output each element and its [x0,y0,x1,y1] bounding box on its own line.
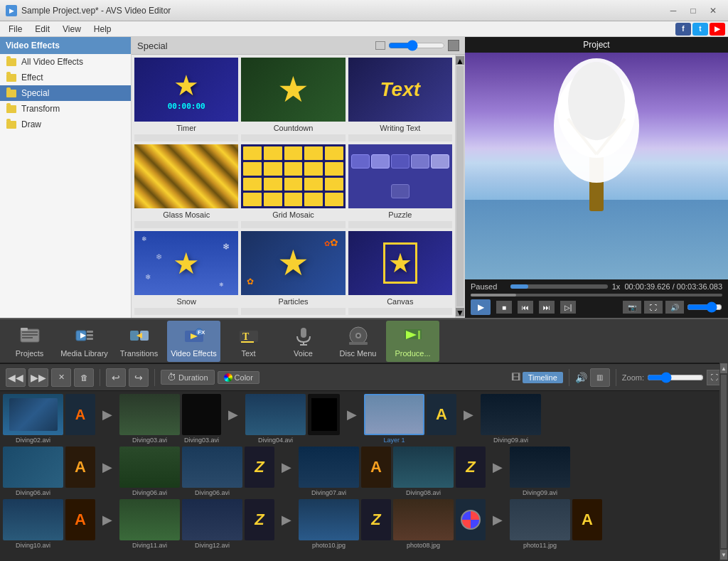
clip-a-overlay3[interactable]: A [65,447,95,489]
youtube-icon[interactable]: ▶ [710,23,725,36]
clip-a-overlay2[interactable]: A [427,394,456,437]
clip-a-overlay6[interactable]: A [572,499,602,542]
playback-speed: 1x [612,282,621,291]
clip-photo11[interactable]: photo11.jpg [510,499,570,549]
tool-projects[interactable]: Projects [3,321,56,362]
effect-timer[interactable]: ★ 00:00:00 Timer [134,58,238,141]
clip-diving06c[interactable]: Diving06.avi [182,447,242,496]
tool-media-library[interactable]: Media Library [58,321,111,362]
timeline-scrollbar[interactable]: ▲ ▼ [719,362,728,561]
duration-button[interactable]: ⏱ Duration [161,370,215,385]
undo-button[interactable]: ◀◀ [6,368,26,387]
effect-snow[interactable]: ★ ❄ ❄ ❄ ❄ ❄ Snow [134,231,238,315]
clip-black[interactable] [308,394,340,437]
scroll-down[interactable]: ▼ [456,308,464,316]
effect-puzzle[interactable]: Puzzle [348,144,452,228]
volume-button[interactable]: 🔊 [665,301,684,314]
text-tool-icon: T [238,325,259,346]
next-frame-button[interactable]: ▷| [560,301,576,314]
clip-z-overlay4[interactable]: Z [361,499,391,542]
stop-button[interactable]: ■ [496,301,512,314]
clip-z-overlay3[interactable]: Z [245,499,274,542]
tl-scroll-up[interactable]: ▲ [720,363,727,373]
close-button[interactable]: ✕ [704,4,722,18]
list-view-icon[interactable] [375,41,385,50]
clip-diving03b[interactable]: Diving03.avi [182,394,221,444]
menu-view[interactable]: View [57,23,87,36]
effects-panel: Special ★ 00:00:00 Timer [132,37,465,318]
snapshot-button[interactable]: 📷 [623,301,641,314]
clip-diving02[interactable]: Diving02.avi [3,394,63,444]
maximize-button[interactable]: □ [684,4,702,18]
menu-edit[interactable]: Edit [29,23,55,36]
size-slider[interactable] [388,40,445,51]
clip-diving07[interactable]: Diving07.avi [299,447,359,496]
audio-settings[interactable]: ▥ [590,368,610,387]
clip-diving10[interactable]: Diving10.avi [3,499,63,549]
clip-diving06a[interactable]: Diving06.avi [3,447,63,496]
effect-countdown[interactable]: ★ 6 Countdown [241,58,345,141]
clip-photo08[interactable]: photo08.jpg [393,499,454,549]
tool-video-effects[interactable]: FX Video Effects [167,321,220,362]
tool-text[interactable]: T Text [222,321,275,362]
zoom-slider[interactable] [647,372,704,383]
color-label: Color [235,373,253,382]
clip-diving11[interactable]: Diving11.avi [119,499,180,549]
sidebar-item-transform[interactable]: Transform [0,101,131,117]
sidebar-item-draw[interactable]: Draw [0,117,131,132]
tl-scroll-down[interactable]: ▼ [720,550,727,560]
facebook-icon[interactable]: f [675,23,691,36]
effects-scrollbar[interactable]: ▲ ▼ [455,55,465,318]
twitter-icon[interactable]: t [692,23,708,36]
tool-disc-menu[interactable]: Disc Menu [331,321,385,362]
clip-diving12[interactable]: Diving12.avi [182,499,242,549]
prev-button[interactable]: ⏮ [518,301,533,314]
next-button[interactable]: ⏭ [539,301,555,314]
delete-all-button[interactable]: 🗑 [74,368,94,387]
effect-glass-mosaic[interactable]: Glass Mosaic [134,144,238,228]
window-controls[interactable]: ─ □ ✕ [664,4,722,18]
arrow3: ▶ [342,394,362,435]
clip-diving09a[interactable]: Diving09.avi [481,394,541,444]
clip-a-overlay1[interactable]: A [65,394,95,437]
particles-thumbnail: ★ ✿ ✿ ✿ [241,231,345,295]
sidebar-item-special[interactable]: Special [0,85,131,101]
clip-z-overlay1[interactable]: Z [245,447,274,489]
effect-writing-text[interactable]: Text Writing Text [348,58,452,141]
minimize-button[interactable]: ─ [664,4,682,18]
play-button[interactable]: ▶ [471,299,491,315]
clip-a-overlay4[interactable]: A [361,447,391,489]
delete-button[interactable]: ✕ [51,368,71,387]
undo-action[interactable]: ↩ [106,368,126,387]
tool-transitions[interactable]: Transitions [112,321,166,362]
effect-grid-mosaic[interactable]: Grid Mosaic [241,144,345,228]
color-button[interactable]: Color [218,371,259,384]
menu-help[interactable]: Help [88,23,117,36]
clip-circ-overlay[interactable] [456,499,486,542]
clip-layer1[interactable]: Layer 1 [364,394,424,444]
menu-file[interactable]: File [3,23,28,36]
redo-action[interactable]: ↪ [129,368,149,387]
clip-diving03a[interactable]: Diving03.avi [119,394,180,444]
fullscreen-button[interactable]: ⛶ [644,301,663,314]
scroll-up[interactable]: ▲ [456,56,464,65]
effect-canvas[interactable]: ★ Canvas [348,231,452,315]
clip-z-overlay2[interactable]: Z [456,447,486,489]
clip-a-overlay5[interactable]: A [65,499,95,542]
clip-diving08[interactable]: Diving08.avi [393,447,454,496]
sidebar-item-all-effects[interactable]: All Video Effects [0,54,131,70]
redo-button[interactable]: ▶▶ [28,368,48,387]
grid-view-button[interactable] [448,40,459,51]
tool-voice[interactable]: Voice [277,321,330,362]
clip-diving09b[interactable]: Diving09.avi [510,447,570,496]
progress-bar[interactable] [510,284,608,289]
sidebar-item-effect[interactable]: Effect [0,70,131,85]
secondary-progress[interactable] [471,294,722,296]
clip-photo10[interactable]: photo10.jpg [299,499,359,549]
timeline-button[interactable]: Timeline [523,372,563,383]
tool-produce[interactable]: Produce... [386,321,439,362]
clip-diving06b[interactable]: Diving06.avi [119,447,180,496]
clip-diving04[interactable]: Diving04.avi [245,394,306,444]
volume-slider[interactable] [687,301,722,313]
effect-particles[interactable]: ★ ✿ ✿ ✿ Particles [241,231,345,315]
